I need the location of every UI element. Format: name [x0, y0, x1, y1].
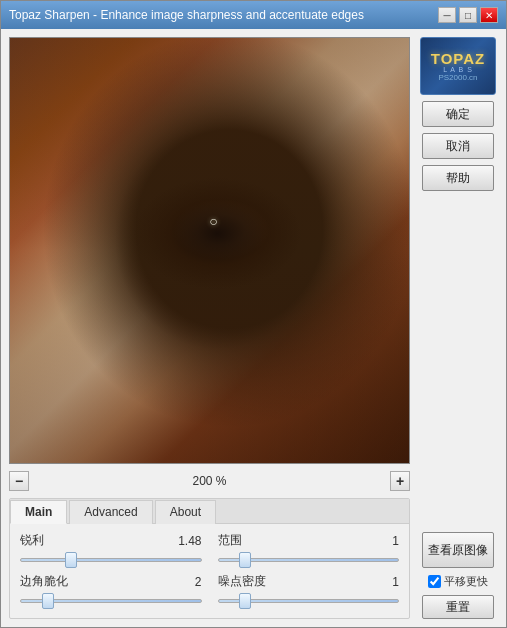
preview-image[interactable] — [10, 38, 409, 463]
tab-main[interactable]: Main — [10, 500, 67, 524]
smooth-fast-checkbox[interactable] — [428, 575, 441, 588]
cancel-button[interactable]: 取消 — [422, 133, 494, 159]
sharpness-control: 锐利 1.48 — [20, 532, 202, 569]
edge-fade-header: 边角脆化 2 — [20, 573, 202, 590]
maximize-button[interactable]: □ — [459, 7, 477, 23]
noise-header: 噪点密度 1 — [218, 573, 400, 590]
tabs-section: Main Advanced About 锐利 1.48 — [9, 498, 410, 619]
tabs-header: Main Advanced About — [10, 499, 409, 524]
confirm-button[interactable]: 确定 — [422, 101, 494, 127]
topaz-logo: TOPAZ L A B S PS2000.cn — [420, 37, 496, 95]
left-panel: − 200 % + Main Advanced About 锐利 — [9, 37, 410, 619]
preview-container — [9, 37, 410, 464]
zoom-in-button[interactable]: + — [390, 471, 410, 491]
brand-sub: L A B S — [443, 66, 473, 73]
title-controls: ─ □ ✕ — [438, 7, 498, 23]
sharpness-value: 1.48 — [178, 534, 201, 548]
sharpness-header: 锐利 1.48 — [20, 532, 202, 549]
zoom-bar: − 200 % + — [9, 470, 410, 492]
controls-grid: 锐利 1.48 范围 — [20, 532, 399, 610]
range-control: 范围 1 — [218, 532, 400, 569]
smooth-fast-row: 平移更快 — [428, 574, 488, 589]
range-thumb[interactable] — [239, 552, 251, 568]
brand-name: TOPAZ — [431, 51, 485, 66]
zoom-out-button[interactable]: − — [9, 471, 29, 491]
window-title: Topaz Sharpen - Enhance image sharpness … — [9, 8, 364, 22]
right-panel: TOPAZ L A B S PS2000.cn 确定 取消 帮助 查看原图像 平… — [418, 37, 498, 619]
tab-about[interactable]: About — [155, 500, 216, 524]
range-track — [218, 558, 400, 562]
range-slider[interactable] — [218, 551, 400, 569]
sharpness-track — [20, 558, 202, 562]
help-button[interactable]: 帮助 — [422, 165, 494, 191]
sharpness-thumb[interactable] — [65, 552, 77, 568]
minimize-button[interactable]: ─ — [438, 7, 456, 23]
view-original-button[interactable]: 查看原图像 — [422, 532, 494, 568]
edge-fade-label: 边角脆化 — [20, 573, 68, 590]
close-button[interactable]: ✕ — [480, 7, 498, 23]
noise-slider[interactable] — [218, 592, 400, 610]
zoom-value: 200 % — [33, 474, 386, 488]
edge-fade-value: 2 — [195, 575, 202, 589]
tab-advanced[interactable]: Advanced — [69, 500, 152, 524]
edge-fade-slider[interactable] — [20, 592, 202, 610]
edge-fade-control: 边角脆化 2 — [20, 573, 202, 610]
noise-label: 噪点密度 — [218, 573, 266, 590]
content-area: − 200 % + Main Advanced About 锐利 — [1, 29, 506, 627]
title-bar: Topaz Sharpen - Enhance image sharpness … — [1, 1, 506, 29]
edge-fade-track — [20, 599, 202, 603]
sharpness-slider[interactable] — [20, 551, 202, 569]
bottom-actions: 查看原图像 平移更快 重置 — [422, 532, 494, 619]
range-value: 1 — [392, 534, 399, 548]
noise-value: 1 — [392, 575, 399, 589]
range-label: 范围 — [218, 532, 242, 549]
brand-url: PS2000.cn — [438, 73, 477, 82]
main-window: Topaz Sharpen - Enhance image sharpness … — [0, 0, 507, 628]
smooth-fast-label: 平移更快 — [444, 574, 488, 589]
noise-thumb[interactable] — [239, 593, 251, 609]
noise-track — [218, 599, 400, 603]
sharpness-label: 锐利 — [20, 532, 44, 549]
range-header: 范围 1 — [218, 532, 400, 549]
edge-fade-thumb[interactable] — [42, 593, 54, 609]
reset-button[interactable]: 重置 — [422, 595, 494, 619]
noise-control: 噪点密度 1 — [218, 573, 400, 610]
tabs-content: 锐利 1.48 范围 — [10, 524, 409, 618]
